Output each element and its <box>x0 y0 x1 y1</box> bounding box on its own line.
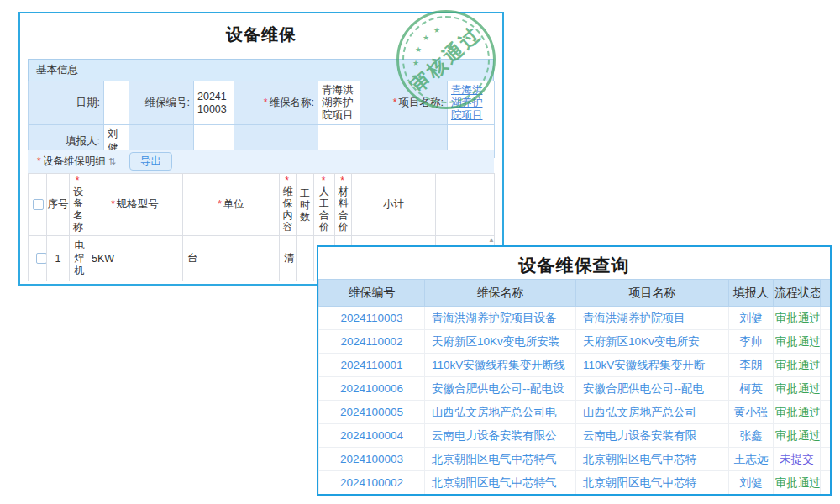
basic-info-table: 日期: 维保编号: 2024110003 *维保名称: 青海洪湖养护院项目 *项… <box>28 81 495 158</box>
header-maintenance-no: 维保编号 <box>319 280 425 307</box>
col-unit: *单位 <box>183 174 280 236</box>
header-status: 流程状态 <box>774 280 821 307</box>
query-panel: 设备维保查询 维保编号 维保名称 项目名称 填报人 流程状态 202411000… <box>317 245 832 496</box>
maintenance-no-cell[interactable]: 2024100003 <box>319 448 425 471</box>
basic-info-header: 基本信息 <box>28 59 494 81</box>
reporter-cell: 王志远 <box>729 448 774 471</box>
project-name-cell[interactable]: 110kV安徽线程集变开断 <box>576 354 729 377</box>
project-name-cell[interactable]: 天府新区10Kv变电所安 <box>576 330 729 354</box>
maintenance-no-cell[interactable]: 2024100005 <box>319 401 425 424</box>
unit-cell[interactable]: 台 <box>183 236 280 281</box>
project-name-cell[interactable]: 山西弘文房地产总公司 <box>576 401 729 424</box>
header-maintenance-name: 维保名称 <box>425 280 576 307</box>
query-table-row[interactable]: 2024110001 110kV安徽线程集变开断线 110kV安徽线程集变开断 … <box>319 354 831 377</box>
project-name-cell[interactable]: 云南电力设备安装有限 <box>576 424 729 448</box>
select-all-checkbox[interactable] <box>33 199 44 210</box>
maintenance-no-cell[interactable]: 2024100006 <box>319 377 425 401</box>
status-badge: 审批通过 <box>774 471 821 495</box>
status-badge: 审批通过 <box>774 424 821 448</box>
maintenance-name-cell[interactable]: 青海洪湖养护院项目设备 <box>425 307 576 330</box>
maintenance-name-cell[interactable]: 北京朝阳区电气中芯特气 <box>425 471 576 495</box>
col-content: *维保内容 <box>280 174 297 236</box>
status-badge: 审批通过 <box>774 401 821 424</box>
project-name-link[interactable]: 青海洪湖养护院项目 <box>451 84 491 122</box>
reporter-cell: 李帅 <box>729 330 774 354</box>
project-name-cell[interactable]: 北京朝阳区电气中芯特 <box>576 471 729 495</box>
export-button[interactable]: 导出 <box>129 152 172 171</box>
col-material-cost: *材料合价 <box>335 174 352 236</box>
status-badge: 审批通过 <box>774 354 821 377</box>
maintenance-name-cell[interactable]: 北京朝阳区电气中芯特气 <box>425 448 576 471</box>
maintenance-name-cell[interactable]: 云南电力设备安装有限公 <box>425 424 576 448</box>
spacer-cell <box>821 377 831 401</box>
status-badge: 未提交 <box>774 448 821 471</box>
maintenance-no-label: 维保编号: <box>129 81 194 125</box>
query-title: 设备维保查询 <box>318 247 830 279</box>
maintenance-no-value: 2024110003 <box>194 81 234 125</box>
maintenance-no-cell[interactable]: 2024100004 <box>319 424 425 448</box>
query-header-row: 维保编号 维保名称 项目名称 填报人 流程状态 <box>319 280 831 307</box>
spacer-cell <box>821 401 831 424</box>
query-table-row[interactable]: 2024100005 山西弘文房地产总公司电 山西弘文房地产总公司 黄小强 审批… <box>319 401 831 424</box>
basic-info-section: 基本信息 日期: 维保编号: 2024110003 *维保名称: 青海洪湖养护院… <box>28 59 494 158</box>
form-title: 设备维保 <box>20 24 502 46</box>
detail-section-label: *设备维保明细 <box>37 155 106 169</box>
date-label: 日期: <box>29 81 104 125</box>
reporter-cell: 刘健 <box>729 471 774 495</box>
query-table-row[interactable]: 2024100003 北京朝阳区电气中芯特气 北京朝阳区电气中芯特 王志远 未提… <box>319 448 831 471</box>
date-field[interactable] <box>104 81 129 125</box>
col-spec: *规格型号 <box>87 174 183 236</box>
header-project-name: 项目名称 <box>576 280 729 307</box>
project-name-cell[interactable]: 北京朝阳区电气中芯特 <box>576 448 729 471</box>
content-cell[interactable]: 清 <box>280 236 297 281</box>
maintenance-no-cell[interactable]: 2024110003 <box>319 307 425 330</box>
scroll-up-icon[interactable]: ▲ <box>488 237 495 244</box>
reporter-cell: 刘健 <box>729 307 774 330</box>
maintenance-name-cell[interactable]: 山西弘文房地产总公司电 <box>425 401 576 424</box>
query-table-row[interactable]: 2024100002 北京朝阳区电气中芯特气 北京朝阳区电气中芯特 刘健 审批通… <box>319 471 831 495</box>
query-table-row[interactable]: 2024110003 青海洪湖养护院项目设备 青海洪湖养护院项目 刘健 审批通过 <box>319 307 831 330</box>
header-reporter: 填报人 <box>729 280 774 307</box>
query-table-row[interactable]: 2024100004 云南电力设备安装有限公 云南电力设备安装有限 张鑫 审批通… <box>319 424 831 448</box>
spec-cell[interactable]: 5KW <box>87 236 183 281</box>
maintenance-no-cell[interactable]: 2024110001 <box>319 354 425 377</box>
maintenance-name-value: 青海洪湖养护院项目 <box>318 81 360 125</box>
project-name-cell[interactable]: 青海洪湖养护院项目 <box>576 307 729 330</box>
maintenance-name-label: *维保名称: <box>234 81 318 125</box>
spacer-cell <box>821 354 831 377</box>
col-subtotal: 小计 <box>352 174 436 236</box>
query-table-row[interactable]: 2024110002 天府新区10Kv变电所安装 天府新区10Kv变电所安 李帅… <box>319 330 831 354</box>
status-badge: 审批通过 <box>774 330 821 354</box>
col-labor-cost: *人工合价 <box>314 174 335 236</box>
select-all-cell <box>29 174 47 236</box>
project-name-cell[interactable]: 安徽合肥供电公司--配电 <box>576 377 729 401</box>
detail-header-row: 序号 *设备名称 *规格型号 *单位 *维保内容 工时数 *人工合价 *材料合价… <box>29 174 495 236</box>
col-spacer <box>436 174 495 236</box>
spacer-cell <box>821 330 831 354</box>
query-table-row[interactable]: 2024100006 安徽合肥供电公司--配电设 安徽合肥供电公司--配电 柯英… <box>319 377 831 401</box>
row-checkbox[interactable] <box>36 253 47 264</box>
row-checkbox-cell <box>29 236 47 281</box>
spacer-cell <box>821 307 831 330</box>
reporter-cell: 柯英 <box>729 377 774 401</box>
sort-icon[interactable]: ⇅ <box>108 156 116 167</box>
reporter-cell: 张鑫 <box>729 424 774 448</box>
header-spacer <box>821 280 831 307</box>
maintenance-no-cell[interactable]: 2024110002 <box>319 330 425 354</box>
maintenance-name-cell[interactable]: 天府新区10Kv变电所安装 <box>425 330 576 354</box>
maintenance-name-cell[interactable]: 110kV安徽线程集变开断线 <box>425 354 576 377</box>
spacer-cell <box>821 448 831 471</box>
reporter-cell: 黄小强 <box>729 401 774 424</box>
hours-cell[interactable] <box>297 236 314 281</box>
reporter-cell: 李朗 <box>729 354 774 377</box>
maintenance-name-cell[interactable]: 安徽合肥供电公司--配电设 <box>425 377 576 401</box>
status-badge: 审批通过 <box>774 307 821 330</box>
col-hours: 工时数 <box>297 174 314 236</box>
project-name-label: *项目名称: <box>360 81 448 125</box>
detail-toolbar: *设备维保明细 ⇅ 导出 <box>28 150 494 173</box>
query-table: 维保编号 维保名称 项目名称 填报人 流程状态 2024110003 青海洪湖养… <box>318 279 831 495</box>
seq-cell: 1 <box>47 236 70 281</box>
maintenance-no-cell[interactable]: 2024100002 <box>319 471 425 495</box>
col-seq: 序号 <box>47 174 70 236</box>
spacer-cell <box>821 424 831 448</box>
